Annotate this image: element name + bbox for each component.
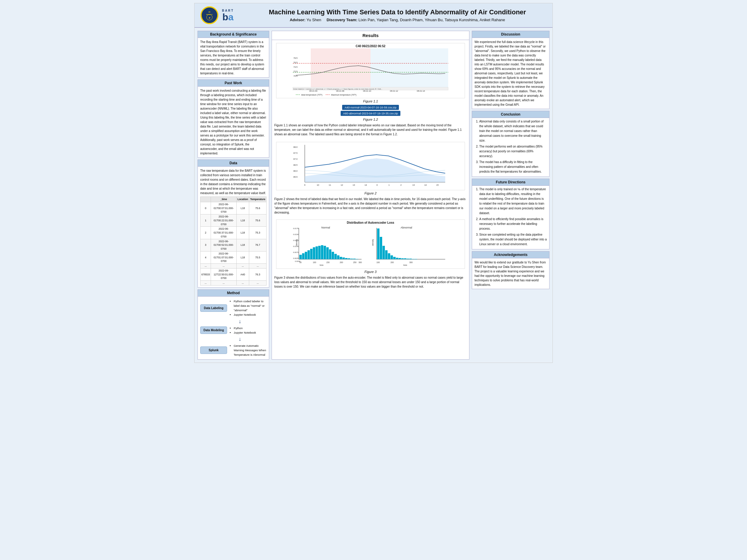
data-table: _time Location Temperature 02022-06-01T0…: [200, 196, 266, 286]
fig2-area: 88.0 87.5 87.0 86.5 86.0 85.5: [272, 139, 469, 217]
table-cell: 2022-09-12T22:50:01.000-0700: [211, 268, 236, 281]
table-cell: 678533: [201, 268, 211, 281]
svg-rect-62: [307, 250, 310, 259]
svg-text:88.0: 88.0: [293, 146, 298, 148]
uc-berkeley-logo: UC BERKELEY ⚡: [201, 6, 218, 24]
svg-rect-64: [313, 247, 315, 259]
svg-text:86.0: 86.0: [293, 170, 298, 172]
method-bullets: PythonJupyter Notebook: [230, 326, 256, 335]
table-row: ............: [201, 264, 266, 268]
table-cell: 4: [201, 251, 211, 263]
svg-rect-75: [342, 258, 345, 259]
table-cell: A40: [236, 268, 249, 281]
table-cell: 2022-06-01T00:22:01.000-0700: [211, 214, 236, 227]
main-content: Background & Significance The Bay Area R…: [195, 28, 552, 363]
table-row: 02022-06-01T00:07:01.000-0700L1875.6: [201, 202, 266, 214]
svg-text:100: 100: [313, 261, 316, 263]
conclusion-item: The model has a difficulty in fitting to…: [479, 160, 547, 174]
method-bullet-item: Python coded labeler to label data as "n…: [234, 299, 266, 313]
svg-rect-96: [390, 256, 393, 259]
discussion-content: We experienced the full data science lif…: [472, 38, 549, 109]
discussion-section: Discussion We experienced the full data …: [472, 31, 549, 109]
fig2-caption: Figure 2: [274, 191, 467, 195]
svg-rect-78: [351, 259, 353, 259]
table-row: ............: [201, 281, 266, 286]
svg-rect-63: [310, 249, 313, 259]
fig3-desc: Figure 3 shows the distributions of loss…: [274, 275, 467, 289]
past-work-content: The past work involved constructing a la…: [198, 87, 269, 157]
svg-rect-102: [407, 259, 409, 259]
svg-rect-68: [324, 246, 326, 259]
table-cell: 3: [201, 239, 211, 251]
future-title: Future Directions: [472, 179, 549, 186]
method-bullet-item: Generate Automatic Warning Messages When…: [234, 344, 266, 357]
method-step-label: Data Modeling: [200, 326, 227, 334]
table-cell: 2022-06-01T00:37:01.000-0700: [211, 227, 236, 239]
fig2-desc: Figure 2 shows the trend of labeled data…: [274, 197, 467, 215]
future-item: The model is only trained on ⅓ of the te…: [479, 187, 547, 216]
results-title: Results: [272, 31, 469, 40]
svg-rect-76: [345, 258, 347, 259]
table-cell: ...: [201, 264, 211, 268]
right-column: Discussion We experienced the full data …: [472, 31, 549, 359]
svg-text:300: 300: [409, 261, 413, 263]
svg-rect-74: [340, 257, 342, 259]
svg-text:loss: loss: [320, 264, 324, 266]
header-title: Machine Learning With Time Series Data t…: [248, 8, 546, 22]
data-section: Data The raw temperature data for the BA…: [198, 159, 269, 288]
table-cell: ...: [236, 281, 249, 286]
conclusion-item: The model performs well on abnormalities…: [479, 144, 547, 159]
fig1-desc: Figure 1.1 shows an example of how the P…: [274, 123, 467, 136]
col-header-0: [201, 197, 211, 202]
svg-text:150: 150: [326, 261, 330, 263]
logos: UC BERKELEY ⚡ BART ba: [201, 6, 248, 24]
table-cell: L18: [236, 202, 249, 214]
svg-text:200: 200: [340, 261, 343, 263]
svg-text:2: 2: [401, 184, 402, 186]
svg-text:13: 13: [353, 184, 355, 186]
table-cell: 75.5: [249, 251, 266, 263]
svg-text:Enter label [n = normal, a = a: Enter label [n = normal, a = abnormal, c…: [293, 88, 383, 90]
method-step-label: Splunk: [200, 346, 227, 354]
fig1-chart: C40 06/21/2022 06:52: [276, 43, 465, 98]
svg-rect-104: [412, 259, 414, 259]
method-step-label: Data Labeling: [200, 304, 227, 312]
svg-text:300: 300: [359, 261, 362, 263]
background-content: The Bay Area Rapid Transit (BART) system…: [198, 38, 269, 77]
col-header-temp: Temperature: [249, 197, 266, 202]
svg-text:Abnormal: Abnormal: [401, 226, 412, 229]
svg-text:12: 12: [341, 184, 343, 186]
svg-rect-95: [388, 253, 390, 259]
svg-text:10: 10: [317, 184, 319, 186]
bart-logo: BART ba: [222, 9, 234, 22]
method-bullet-item: Jupyter Notebook: [234, 313, 266, 317]
svg-text:loss: loss: [403, 264, 407, 266]
svg-text:85.5: 85.5: [293, 176, 298, 178]
advisor-name: Yu Shen: [307, 18, 321, 22]
svg-rect-98: [396, 258, 398, 259]
table-cell: ...: [249, 264, 266, 268]
method-bullets: Python coded labeler to label data as "n…: [230, 299, 266, 317]
svg-text:14: 14: [364, 184, 367, 186]
svg-rect-100: [401, 258, 404, 259]
table-row: 6785332022-09-12T22:50:01.000-0700A4076.…: [201, 268, 266, 281]
table-cell: 2022-06-01T01:07:01.000-0700: [211, 251, 236, 263]
svg-text:87.0: 87.0: [293, 158, 298, 160]
method-bullets: Generate Automatic Warning Messages When…: [230, 344, 266, 357]
svg-text:1: 1: [388, 184, 390, 186]
table-cell: 76.3: [249, 268, 266, 281]
svg-rect-99: [398, 258, 401, 259]
svg-text:density: density: [372, 239, 374, 246]
svg-rect-94: [385, 250, 388, 259]
ack-title: Acknowledgements: [472, 251, 549, 258]
svg-text:0.0175: 0.0175: [293, 228, 299, 230]
svg-rect-93: [383, 246, 385, 259]
csv-link-1[interactable]: A40-normal-2023-04-07-16-16-59.csv.zip: [342, 105, 398, 110]
csv-link-2[interactable]: A60-abnormal-2023-04-07-16-19-35.csv.zip: [341, 111, 401, 116]
svg-text:0: 0: [377, 184, 378, 186]
fig3-caption: Figure 3: [274, 270, 467, 273]
conclusion-title: Conclusion: [472, 111, 549, 118]
svg-text:⚡: ⚡: [208, 17, 211, 19]
svg-text:100: 100: [377, 261, 380, 263]
table-cell: 76.7: [249, 239, 266, 251]
